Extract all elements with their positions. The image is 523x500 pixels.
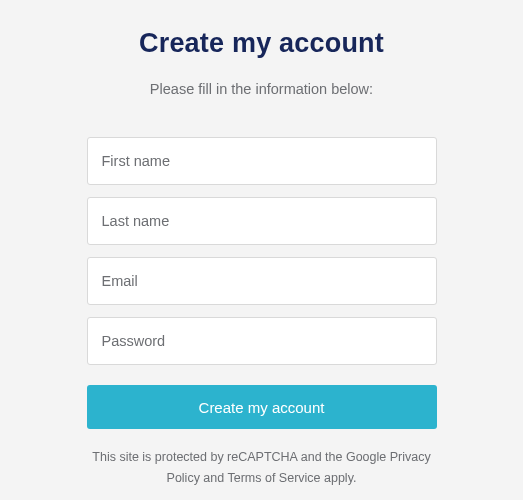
page-title: Create my account bbox=[139, 28, 384, 59]
recaptcha-disclaimer: This site is protected by reCAPTCHA and … bbox=[82, 447, 442, 490]
last-name-field[interactable] bbox=[87, 197, 437, 245]
create-account-button[interactable]: Create my account bbox=[87, 385, 437, 429]
page-subtitle: Please fill in the information below: bbox=[150, 81, 373, 97]
password-field[interactable] bbox=[87, 317, 437, 365]
first-name-field[interactable] bbox=[87, 137, 437, 185]
create-account-form: Create my account bbox=[87, 137, 437, 429]
email-field[interactable] bbox=[87, 257, 437, 305]
